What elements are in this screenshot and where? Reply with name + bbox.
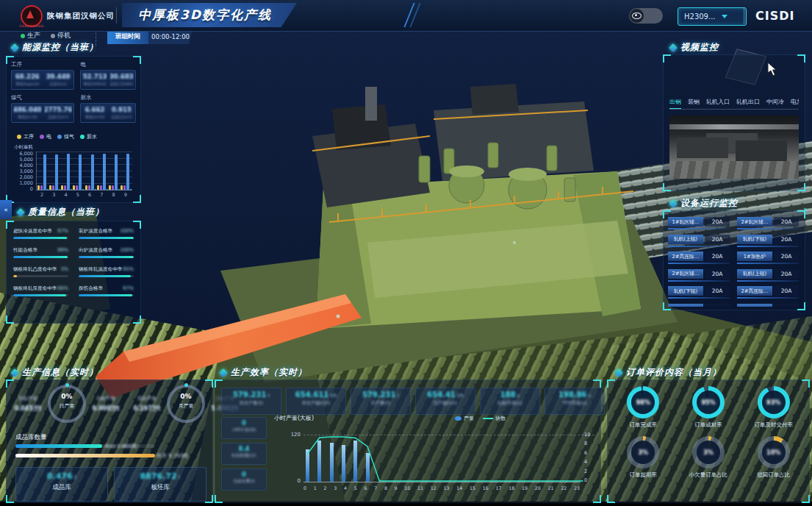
efficiency-side-label: 小时计划(块) — [222, 427, 266, 433]
energy-bar — [49, 185, 51, 190]
quality-item-value: 97% — [123, 285, 134, 291]
quality-item: 钢板终轧凸度命中率3% — [13, 266, 68, 277]
header-divider — [744, 7, 744, 24]
rolling-status-legend: 生产停机 — [21, 31, 71, 40]
energy-bar — [79, 154, 82, 190]
dashboard-stage: SHAANGANG 陕钢集团汉钢公司 中厚板3D数字化产线 H2309... C… — [0, 0, 812, 506]
energy-bar-group — [97, 152, 108, 190]
energy-stat-card: 30.683总耗(万kWh) — [109, 73, 134, 87]
order-donut-label: 小欠量订单占比 — [689, 471, 728, 479]
equipment-item-label: 轧机(上辊) — [737, 269, 772, 279]
energy-legend-item: 煤气 — [57, 133, 74, 140]
order-donut-value: 93% — [758, 386, 790, 418]
efficiency-side-card: 0当前块重(t) — [221, 468, 267, 491]
video-panel-title: 视频监控 — [670, 41, 719, 54]
hourly-chart-legend: 产量块数 — [455, 415, 506, 422]
energy-group-name: 煤气 — [11, 94, 74, 101]
video-tab-出钢[interactable]: 出钢 — [669, 98, 681, 106]
quality-item-label: 超快冷温度命中率 — [13, 228, 52, 235]
energy-stat-value: 30.683 — [109, 73, 134, 80]
video-tab-装钢[interactable]: 装钢 — [688, 98, 700, 106]
header-slash-decor — [403, 3, 414, 27]
hour-tick: 0 — [303, 485, 306, 491]
video-tab-轧机出口[interactable]: 轧机出口 — [736, 98, 760, 106]
energy-bar-group — [109, 152, 120, 190]
efficiency-stat-card: 188 s轧制节奏(s) — [480, 388, 540, 415]
efficiency-side-card: 0小时计划(块) — [221, 417, 267, 439]
sidebar-collapse-tab[interactable]: « — [0, 200, 12, 219]
diamond-icon — [669, 43, 677, 51]
quality-item: 钢板终轧温度命中率95% — [79, 266, 134, 277]
energy-stat-card: 2775.76总耗(万m³) — [44, 106, 73, 120]
equipment-item-value: 20A — [774, 269, 799, 279]
equipment-list: 1#轧区辅…20A2#轧区辅…20A轧机(上辊)20A轧机(下辊)20A2#高压… — [668, 217, 800, 307]
efficiency-stat-value: 654.611 t/h — [287, 391, 345, 399]
equipment-item-value: 20A — [705, 217, 730, 227]
hour-tick: 4 — [344, 485, 347, 491]
energy-group: 新水6.662单耗(m³/t)0.915总耗(万m³) — [80, 94, 136, 123]
energy-panel-title: 能源监控（当班） — [12, 41, 98, 54]
energy-stat-unit: 单耗(kWh/t) — [82, 82, 107, 87]
mouse-cursor — [767, 62, 777, 76]
energy-bar-group — [61, 152, 72, 190]
order-donut-label: 订单完成率 — [630, 421, 658, 429]
hour-tick: 15 — [470, 485, 475, 491]
hour-tick: 11 — [417, 485, 423, 491]
video-panel: 出钢装钢轧机入口轧机出口中间冷电加热 — [663, 54, 805, 191]
eye-icon — [632, 13, 642, 19]
production-panel-title: 生产信息（实时） — [12, 366, 98, 379]
equipment-item: 轧机(下辊)20A — [668, 286, 730, 299]
quality-progress-track — [79, 256, 134, 258]
hour-tick: 23 — [574, 485, 580, 491]
equipment-panel: 1#轧区辅…20A2#轧区辅…20A轧机(上辊)20A轧机(下辊)20A2#高压… — [663, 210, 805, 310]
video-panel-title-text: 视频监控 — [680, 41, 719, 54]
hourly-chart-xaxis: 01234567891011121314151617181920212223 — [303, 485, 580, 491]
quality-progress-fill — [79, 256, 134, 258]
equipment-item-label: 1#加热炉 — [737, 252, 772, 261]
equipment-item: 轧机(上辊)20A — [737, 269, 799, 282]
chart-legend-item: 块数 — [483, 415, 506, 422]
equipment-item-underline — [737, 263, 799, 264]
energy-ytick: 3,000 — [19, 168, 33, 174]
energy-bar — [59, 189, 60, 190]
energy-stat-card: 68.226单耗(kgce/t) — [13, 73, 42, 87]
energy-bar-group — [37, 152, 48, 190]
gauge-name: 月产量 — [170, 402, 202, 410]
energy-stat-unit: 总耗(tce) — [44, 82, 73, 87]
energy-bar — [130, 189, 132, 190]
energy-bar — [126, 154, 129, 190]
panel-collapse-chevron[interactable]: » — [803, 205, 808, 213]
video-feed[interactable] — [669, 115, 799, 179]
efficiency-stat-label: 平均节奏(s) — [545, 400, 604, 407]
video-feed-decor — [669, 161, 799, 179]
efficiency-stat-card: 198.86 s平均节奏(s) — [545, 388, 605, 415]
status-dot-icon — [51, 34, 55, 38]
energy-group: 电52.713单耗(kWh/t)30.683总耗(万kWh) — [80, 61, 136, 90]
equipment-item-underline — [737, 246, 799, 247]
diamond-icon — [10, 368, 18, 377]
hourly-chart-plot — [303, 435, 580, 482]
diamond-icon — [10, 43, 18, 51]
video-tab-中间冷[interactable]: 中间冷 — [766, 98, 784, 106]
video-tab-电加热[interactable]: 电加热 — [791, 98, 799, 106]
efficiency-stat-value: 188 s — [481, 391, 539, 399]
quality-progress-fill — [79, 294, 132, 296]
order-donut: 3%小欠量订单占比 — [689, 436, 728, 479]
line-selector-dropdown[interactable]: H2309... — [678, 7, 747, 26]
visibility-toggle[interactable] — [629, 8, 663, 24]
toggle-knob[interactable] — [630, 9, 644, 23]
equipment-item-value: 20A — [705, 269, 730, 279]
production-panel: 实际产量0.045万t0%日产量目标产量9.000万t实际产量0.197万t0%… — [6, 380, 213, 503]
energy-ytick: 2,000 — [19, 174, 33, 180]
energy-group: 煤气486.040单耗(m³/t)2775.76总耗(万m³) — [11, 94, 74, 123]
gauge-name: 日产量 — [51, 402, 83, 410]
legend-line-icon — [483, 418, 493, 419]
energy-bar — [88, 185, 90, 190]
efficiency-panel-title: 生产效率（实时） — [220, 366, 307, 379]
quality-progress-track — [13, 237, 68, 239]
efficiency-stat-value: 198.86 s — [545, 391, 604, 399]
quality-metrics: 超快冷温度命中率97%装炉温度合格率100%性能合格率99%出炉温度合格率100… — [13, 228, 134, 296]
hour-tick: 12 — [431, 485, 436, 491]
video-tab-轧机入口[interactable]: 轧机入口 — [706, 98, 730, 106]
quality-progress-track — [79, 275, 134, 277]
